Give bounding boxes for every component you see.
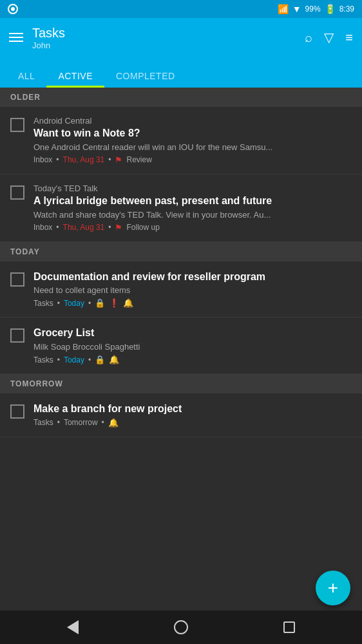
task-checkbox[interactable]: [10, 118, 24, 132]
task-body: Watch and share today's TED Talk. View i…: [33, 210, 352, 220]
nav-bar: [0, 611, 362, 644]
task-date: Today: [64, 299, 84, 308]
app-title: Tasks: [32, 25, 65, 41]
section-older-header: OLDER: [0, 88, 362, 107]
task-body: Milk Soap Broccoli Spaghetti: [33, 342, 352, 352]
search-button[interactable]: ⌕: [305, 30, 312, 45]
task-item[interactable]: Grocery List Milk Soap Broccoli Spaghett…: [0, 317, 362, 374]
section-today-header: TODAY: [0, 242, 362, 261]
task-title: A lyrical bridge between past, present a…: [33, 194, 352, 208]
task-title: Make a branch for new project: [33, 402, 352, 416]
task-date: Today: [64, 355, 84, 365]
task-body: One Android Central reader will win an I…: [33, 142, 352, 152]
nav-home-button[interactable]: [174, 620, 188, 634]
task-list: Tasks: [33, 355, 53, 365]
tab-active[interactable]: ACTIVE: [46, 71, 104, 88]
task-list: Inbox: [33, 155, 52, 164]
clock: 8:39: [339, 5, 354, 14]
battery-icon: 🔋: [325, 4, 336, 14]
task-list: Tasks: [33, 299, 53, 308]
lock-icon: 🔒: [95, 355, 105, 365]
toolbar-left: Tasks John: [9, 25, 65, 50]
status-bar-left: [8, 4, 18, 14]
tab-all[interactable]: ALL: [6, 71, 46, 88]
sort-button[interactable]: ≡: [345, 30, 353, 45]
task-checkbox[interactable]: [10, 328, 24, 343]
task-item[interactable]: Make a branch for new project Tasks • To…: [0, 393, 362, 437]
back-icon: [67, 620, 79, 634]
task-checkbox[interactable]: [10, 272, 24, 287]
task-sender: Today's TED Talk: [33, 184, 352, 193]
recent-icon: [283, 621, 295, 633]
task-checkbox[interactable]: [10, 185, 24, 200]
bell-icon: 🔔: [108, 418, 119, 428]
task-meta: Inbox • Thu, Aug 31 • ⚑ Review: [33, 155, 352, 165]
task-content: Make a branch for new project Tasks • To…: [33, 402, 352, 428]
status-bar-right: 📶 ▼ 99% 🔋 8:39: [278, 4, 354, 14]
task-sender: Android Central: [33, 116, 352, 126]
task-content: Grocery List Milk Soap Broccoli Spaghett…: [33, 327, 352, 365]
battery-percent: 99%: [305, 5, 321, 14]
task-date: Thu, Aug 31: [63, 223, 105, 232]
toolbar: Tasks John ⌕ ▽ ≡: [0, 18, 362, 57]
task-tag: Follow up: [126, 223, 159, 232]
toolbar-title: Tasks John: [32, 25, 65, 50]
home-icon: [174, 620, 188, 634]
bell-icon: 🔔: [123, 298, 133, 308]
signal-icon: [8, 4, 18, 14]
task-content: Android Central Want to win a Note 8? On…: [33, 116, 352, 165]
section-tomorrow-header: TOMORROW: [0, 374, 362, 393]
filter-button[interactable]: ▽: [324, 30, 334, 45]
task-meta: Tasks • Today • 🔒 🔔: [33, 355, 352, 365]
task-list: Inbox: [33, 223, 52, 232]
task-title: Grocery List: [33, 327, 352, 340]
lock-icon: 🔒: [95, 298, 105, 308]
task-date: Tomorrow: [64, 418, 98, 427]
task-content: Documentation and review for reseller pr…: [33, 270, 352, 308]
nav-recent-button[interactable]: [283, 621, 295, 633]
user-name: John: [32, 41, 65, 50]
task-date: Thu, Aug 31: [63, 155, 105, 164]
task-checkbox[interactable]: [10, 404, 24, 419]
alert-icon: ❗: [109, 298, 119, 308]
tabs: ALL ACTIVE COMPLETED: [0, 57, 362, 88]
task-body: Need to collet agent items: [33, 285, 352, 295]
task-list: Tasks: [33, 418, 53, 427]
add-icon: +: [328, 579, 338, 597]
task-title: Want to win a Note 8?: [33, 127, 352, 140]
nav-back-button[interactable]: [67, 620, 79, 634]
add-task-button[interactable]: +: [316, 571, 350, 605]
flag-icon: ⚑: [115, 223, 122, 232]
tab-completed[interactable]: COMPLETED: [104, 71, 187, 88]
task-item[interactable]: Documentation and review for reseller pr…: [0, 261, 362, 318]
menu-button[interactable]: [9, 33, 23, 42]
task-title: Documentation and review for reseller pr…: [33, 270, 352, 284]
toolbar-right: ⌕ ▽ ≡: [305, 30, 353, 45]
status-bar: 📶 ▼ 99% 🔋 8:39: [0, 0, 362, 18]
task-tag: Review: [126, 155, 151, 164]
task-meta: Tasks • Today • 🔒 ❗ 🔔: [33, 298, 352, 308]
bluetooth-icon: 📶: [278, 4, 289, 14]
task-item[interactable]: Android Central Want to win a Note 8? On…: [0, 107, 362, 175]
task-meta: Inbox • Thu, Aug 31 • ⚑ Follow up: [33, 223, 352, 232]
flag-icon: ⚑: [115, 155, 122, 165]
task-meta: Tasks • Tomorrow • 🔔: [33, 418, 352, 428]
bell-icon: 🔔: [109, 355, 119, 365]
wifi-icon: ▼: [292, 4, 301, 14]
task-content: Today's TED Talk A lyrical bridge betwee…: [33, 184, 352, 232]
task-item[interactable]: Today's TED Talk A lyrical bridge betwee…: [0, 175, 362, 242]
